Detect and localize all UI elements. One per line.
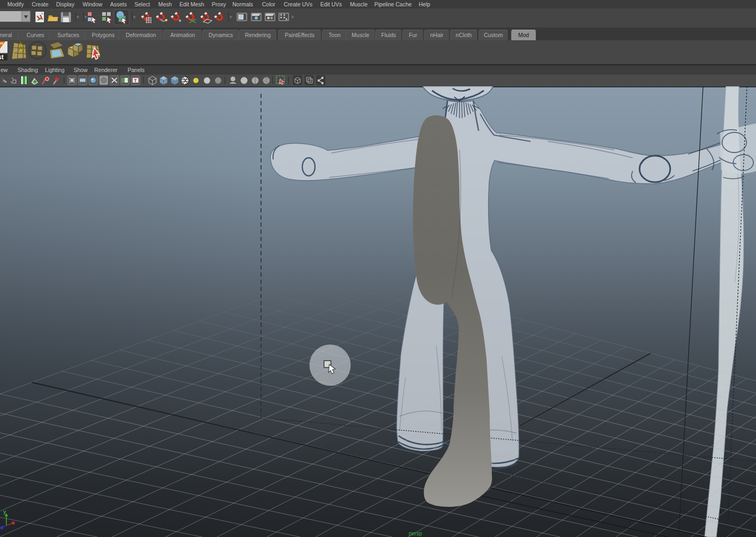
svg-text:st: st — [0, 53, 4, 61]
svg-text:persp: persp — [409, 531, 422, 536]
svg-text:T: T — [134, 78, 137, 83]
svg-text:y: y — [3, 509, 6, 515]
